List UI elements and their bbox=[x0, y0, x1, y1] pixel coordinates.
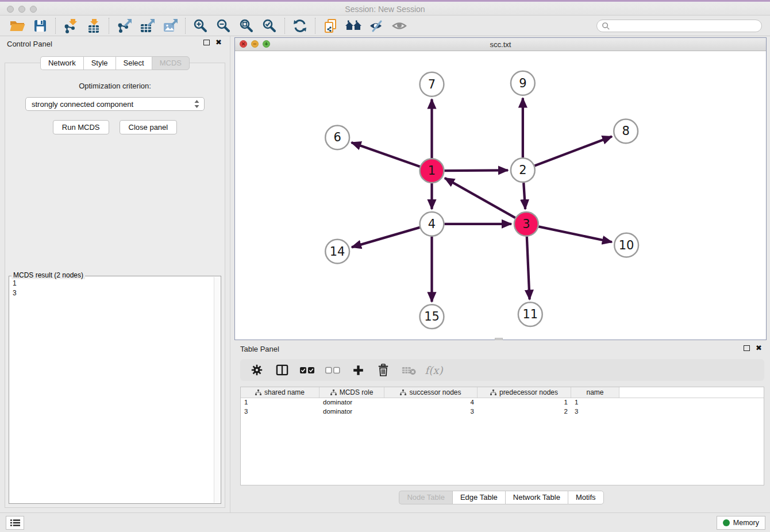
toolbar-separator bbox=[55, 18, 56, 34]
cell-name[interactable]: 1 bbox=[571, 398, 619, 407]
node-6[interactable]: 6 bbox=[325, 125, 349, 149]
node-7[interactable]: 7 bbox=[420, 72, 444, 97]
float-table-panel-icon[interactable] bbox=[744, 345, 750, 351]
cell-shared-name[interactable]: 1 bbox=[241, 398, 319, 407]
zoom-in-icon bbox=[193, 18, 208, 33]
cell-successor-nodes[interactable]: 4 bbox=[384, 398, 478, 407]
mcds-result-title: MCDS result (2 nodes) bbox=[11, 271, 85, 279]
result-line: 1 bbox=[13, 279, 213, 288]
search-input[interactable] bbox=[610, 22, 761, 30]
network-canvas[interactable]: 7968124314101511 bbox=[235, 51, 766, 340]
node-4[interactable]: 4 bbox=[420, 212, 444, 236]
export-network-button[interactable] bbox=[113, 17, 136, 34]
network-graph[interactable]: 7968124314101511 bbox=[235, 51, 766, 340]
node-11[interactable]: 11 bbox=[518, 302, 542, 326]
export-image-button[interactable] bbox=[159, 17, 182, 34]
node-8[interactable]: 8 bbox=[614, 119, 638, 144]
edge-2-3[interactable] bbox=[523, 183, 525, 209]
memory-status-icon bbox=[723, 519, 730, 526]
column-label: shared name bbox=[264, 388, 305, 396]
copy-network-button[interactable] bbox=[319, 17, 342, 34]
function-builder-button: f(x) bbox=[425, 361, 442, 379]
show-column-panel-button[interactable] bbox=[274, 361, 291, 379]
import-table-button[interactable] bbox=[82, 17, 105, 34]
table-row[interactable]: 3dominator323 bbox=[241, 407, 764, 417]
save-session-button[interactable] bbox=[29, 17, 52, 34]
svg-text:2: 2 bbox=[519, 163, 526, 177]
open-session-button[interactable] bbox=[6, 17, 29, 34]
zoom-fit-icon bbox=[239, 18, 254, 33]
edge-4-14[interactable] bbox=[352, 228, 419, 247]
close-panel-icon[interactable]: ✖ bbox=[215, 40, 222, 45]
node-9[interactable]: 9 bbox=[511, 71, 535, 95]
tab-network[interactable]: Network bbox=[40, 56, 83, 70]
tab-edge-table[interactable]: Edge Table bbox=[452, 491, 505, 504]
hide-selected-button[interactable] bbox=[365, 17, 388, 34]
tab-style[interactable]: Style bbox=[83, 56, 116, 70]
table-settings-button[interactable] bbox=[248, 361, 265, 379]
delete-column-button[interactable] bbox=[375, 361, 392, 379]
criterion-select[interactable]: strongly connected component bbox=[25, 97, 205, 111]
tab-select[interactable]: Select bbox=[116, 56, 152, 70]
edge-3-1[interactable] bbox=[445, 178, 515, 218]
show-all-button[interactable] bbox=[388, 17, 411, 34]
node-1[interactable]: 1 bbox=[420, 159, 444, 183]
network-resize-grip[interactable] bbox=[495, 338, 503, 340]
result-scrollbar[interactable] bbox=[214, 277, 220, 503]
import-network-button[interactable] bbox=[59, 17, 82, 34]
node-table[interactable]: shared nameMCDS rolesuccessor nodesprede… bbox=[240, 387, 764, 485]
show-task-history-button[interactable] bbox=[6, 516, 24, 530]
node-14[interactable]: 14 bbox=[325, 240, 349, 264]
cell-MCDS-role[interactable]: dominator bbox=[319, 398, 384, 407]
zoom-fit-button[interactable] bbox=[235, 17, 258, 34]
edge-3-11[interactable] bbox=[527, 237, 530, 300]
toolbar-separator bbox=[315, 18, 315, 34]
cell-name[interactable]: 3 bbox=[571, 407, 619, 417]
export-table-button[interactable] bbox=[136, 17, 159, 34]
mcds-result-list[interactable]: 13 bbox=[13, 279, 213, 502]
column-header-shared-name[interactable]: shared name bbox=[241, 387, 319, 398]
node-15[interactable]: 15 bbox=[420, 304, 444, 329]
tab-motifs[interactable]: Motifs bbox=[568, 491, 604, 504]
tab-mcds[interactable]: MCDS bbox=[152, 56, 190, 70]
table-row[interactable]: 1dominator411 bbox=[241, 398, 764, 407]
svg-text:6: 6 bbox=[333, 130, 341, 144]
edge-1-6[interactable] bbox=[352, 142, 420, 167]
zoom-in-button[interactable] bbox=[189, 17, 212, 34]
create-column-button[interactable] bbox=[349, 361, 367, 379]
node-2[interactable]: 2 bbox=[511, 158, 535, 182]
deselect-all-columns-button[interactable] bbox=[324, 361, 341, 379]
memory-button[interactable]: Memory bbox=[717, 516, 765, 530]
edge-1-2[interactable] bbox=[444, 170, 508, 171]
export-image-icon bbox=[163, 18, 178, 33]
cell-shared-name[interactable]: 3 bbox=[241, 407, 319, 417]
cell-predecessor-nodes[interactable]: 2 bbox=[478, 407, 571, 417]
tab-node-table[interactable]: Node Table bbox=[399, 491, 452, 504]
network-window-titlebar[interactable]: ✕ − + scc.txt bbox=[235, 38, 766, 51]
edge-3-10[interactable] bbox=[538, 226, 612, 242]
tab-network-table[interactable]: Network Table bbox=[505, 491, 568, 504]
apply-layout-button[interactable] bbox=[288, 17, 311, 34]
column-header-predecessor-nodes[interactable]: predecessor nodes bbox=[478, 387, 571, 398]
mcds-result-box: MCDS result (2 nodes) 13 bbox=[9, 276, 221, 504]
column-header-MCDS-role[interactable]: MCDS role bbox=[319, 387, 384, 398]
column-header-name[interactable]: name bbox=[571, 387, 619, 398]
close-panel-button[interactable]: Close panel bbox=[120, 120, 178, 134]
cell-MCDS-role[interactable]: dominator bbox=[319, 407, 384, 417]
node-3[interactable]: 3 bbox=[514, 212, 538, 236]
run-mcds-button[interactable]: Run MCDS bbox=[53, 120, 109, 134]
cell-successor-nodes[interactable]: 3 bbox=[384, 407, 478, 417]
float-panel-icon[interactable] bbox=[203, 40, 210, 45]
close-table-panel-icon[interactable]: ✖ bbox=[756, 345, 762, 351]
select-all-columns-button[interactable] bbox=[299, 361, 316, 379]
edge-2-8[interactable] bbox=[534, 137, 612, 166]
table-panel-title: Table Panel bbox=[240, 345, 279, 353]
column-header-successor-nodes[interactable]: successor nodes bbox=[384, 387, 478, 398]
first-neighbors-button[interactable] bbox=[342, 17, 365, 34]
node-10[interactable]: 10 bbox=[614, 233, 638, 257]
import-table-icon bbox=[86, 18, 101, 33]
zoom-selected-button[interactable] bbox=[258, 17, 281, 34]
zoom-out-button[interactable] bbox=[212, 17, 235, 34]
cell-predecessor-nodes[interactable]: 1 bbox=[478, 398, 571, 407]
search-box[interactable] bbox=[596, 20, 762, 32]
